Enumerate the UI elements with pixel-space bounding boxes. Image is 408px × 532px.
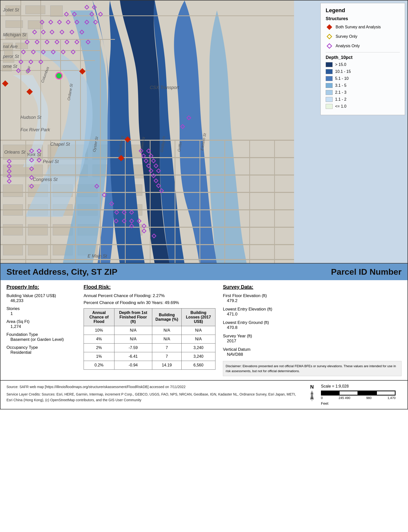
scale-text: Scale = 1:9,028 <box>321 384 396 389</box>
street-hudson: Hudson St <box>20 115 41 120</box>
stories-val: 1 <box>10 311 76 316</box>
flood-row3-col3: 7 <box>152 344 181 352</box>
first-floor-val: 479.2 <box>227 298 402 303</box>
flood-row4-col2: -6.41 <box>114 352 152 361</box>
disclaimer-text: Disclaimer: Elevations presented are not… <box>226 364 396 373</box>
legend-label-both-survey: Both Survey and Analysis <box>336 25 381 29</box>
occupancy-val: Residential <box>10 350 76 355</box>
legend-depth-2: 10.1 - 15 <box>326 69 400 74</box>
selected-location-marker <box>55 72 63 80</box>
feet-label: Feet <box>321 401 396 405</box>
street-csx: CSX Transport <box>150 85 179 90</box>
lowest-ground-label: Lowest Entry Ground (ft) <box>223 320 402 325</box>
foundation-label: Foundation Type <box>6 332 76 337</box>
flood-row4-col3: 7 <box>152 352 181 361</box>
area-val: 1,274 <box>10 324 76 329</box>
scale-bar <box>321 391 396 396</box>
legend-label-analysis-only: Analysis Only <box>336 44 360 48</box>
property-building-value: Building Value (2017 US$) 46,233 <box>6 293 76 303</box>
street-orleans: Orleans St <box>4 150 25 155</box>
flood-row2-col2: N/A <box>114 335 152 344</box>
building-value-label: Building Value (2017 US$) <box>6 293 76 298</box>
legend-depth-label-6: 1.1 - 2 <box>335 97 346 102</box>
survey-lowest-entry: Lowest Entry Elevation (ft) 471.0 <box>223 307 402 317</box>
survey-first-floor: First Floor Elevation (ft) 479.2 <box>223 293 402 303</box>
scale-num-980: 980 <box>366 396 372 400</box>
legend-divider <box>326 52 400 52</box>
property-stories: Stories 1 <box>6 306 76 316</box>
legend-box: Legend Structures Both Survey and Analys… <box>320 3 405 115</box>
diamond-purple-icon <box>327 43 332 49</box>
survey-column: Survey Data: First Floor Elevation (ft) … <box>223 284 402 376</box>
table-row: 0.2% -0.94 14.19 6,560 <box>84 361 215 370</box>
flood-row3-col2: -7.59 <box>114 344 152 352</box>
survey-year: Survey Year (ft) 2017 <box>223 334 402 344</box>
legend-depth-3: 5.1 - 10 <box>326 76 400 81</box>
info-header: Street Address, City, ST ZIP Parcel ID N… <box>0 264 408 280</box>
flood-30yr-text: Percent Chance of Flooding w/in 30 Years… <box>84 300 215 305</box>
survey-title: Survey Data: <box>223 284 402 290</box>
survey-year-label: Survey Year (ft) <box>223 334 402 339</box>
flood-row3-col1: 2% <box>84 344 114 352</box>
scale-seg-1 <box>321 391 340 395</box>
flood-row2-col3: N/A <box>152 335 181 344</box>
legend-color-deep <box>326 62 333 67</box>
flood-row5-col4: 6,560 <box>182 361 215 370</box>
flood-table-header-2: Depth from 1st Finished Floor (ft) <box>114 309 152 326</box>
footer-source: Source: SAFR web map [https://illinoisfl… <box>6 384 297 390</box>
address-title: Street Address, City, ST ZIP <box>6 267 117 277</box>
scale-num-1470: 1,470 <box>387 396 396 400</box>
footer-service-layer: Service Layer Credits: Sources: Esri, HE… <box>6 392 297 403</box>
legend-depth-4: 3.1 - 5 <box>326 83 400 88</box>
street-peror: peror St <box>3 54 19 59</box>
flood-table: Annual Chance of Flood Depth from 1st Fi… <box>84 308 215 370</box>
footer-right: N Scale = 1:9,028 0 <box>307 384 402 405</box>
property-title: Property Info: <box>6 284 76 290</box>
legend-depth-label-7: <= 1.0 <box>335 104 346 109</box>
legend-color-light2 <box>326 90 333 95</box>
property-area: Area (Sq Ft) 1,274 <box>6 319 76 329</box>
legend-color-lightest1 <box>326 97 333 102</box>
occupancy-label: Occupancy Type <box>6 345 76 350</box>
flood-row4-col4: 3,240 <box>182 352 215 361</box>
flood-title: Flood Risk: <box>84 284 215 290</box>
flood-row5-col1: 0.2% <box>84 361 114 370</box>
info-body: Property Info: Building Value (2017 US$)… <box>0 280 408 380</box>
property-column: Property Info: Building Value (2017 US$)… <box>6 284 76 376</box>
lowest-entry-val: 471.0 <box>227 312 402 317</box>
table-row: 10% N/A N/A N/A <box>84 326 215 335</box>
flood-row3-col4: 3,240 <box>182 344 215 352</box>
legend-depth-5: 2.1 - 3 <box>326 90 400 95</box>
legend-depth-title: Depth_10pct <box>326 55 400 60</box>
survey-lowest-ground: Lowest Entry Ground (ft) 470.8 <box>223 320 402 330</box>
flood-row4-col1: 1% <box>84 352 114 361</box>
north-arrow-icon <box>307 390 317 402</box>
property-foundation: Foundation Type Basement (or Garden Leve… <box>6 332 76 342</box>
legend-depth-1: > 15.0 <box>326 62 400 67</box>
street-pearl: Pearl St <box>43 159 59 164</box>
street-chapel: Chapel St <box>50 142 70 147</box>
street-michigan: Michigan St <box>3 32 26 38</box>
flood-row5-col3: 14.19 <box>152 361 181 370</box>
footer-left: Source: SAFR web map [https://illinoisfl… <box>6 384 297 403</box>
legend-color-mid1 <box>326 69 333 74</box>
legend-structures-title: Structures <box>326 16 400 21</box>
legend-depth-7: <= 1.0 <box>326 104 400 109</box>
lowest-entry-label: Lowest Entry Elevation (ft) <box>223 307 402 312</box>
datum-label: Vertical Datum <box>223 347 402 352</box>
legend-color-lightest2 <box>326 104 333 109</box>
north-label: N <box>310 384 314 390</box>
flood-row2-col4: N/A <box>182 335 215 344</box>
legend-item-both-survey: Both Survey and Analysis <box>326 23 400 31</box>
flood-row1-col4: N/A <box>182 326 215 335</box>
flood-table-header-1: Annual Chance of Flood <box>84 309 114 326</box>
table-row: 1% -6.41 7 3,240 <box>84 352 215 361</box>
legend-color-light1 <box>326 83 333 88</box>
map-canvas: Joliet St Michigan St nal Ave peror St o… <box>0 0 294 264</box>
legend-item-survey-only: Survey Only <box>326 33 400 40</box>
legend-depth-6: 1.1 - 2 <box>326 97 400 102</box>
street-congress: Congress St <box>33 177 57 182</box>
foundation-val: Basement (or Garden Level) <box>10 337 76 342</box>
diamond-yellow-icon <box>327 34 332 40</box>
legend-icon-analysis-only <box>326 42 333 50</box>
